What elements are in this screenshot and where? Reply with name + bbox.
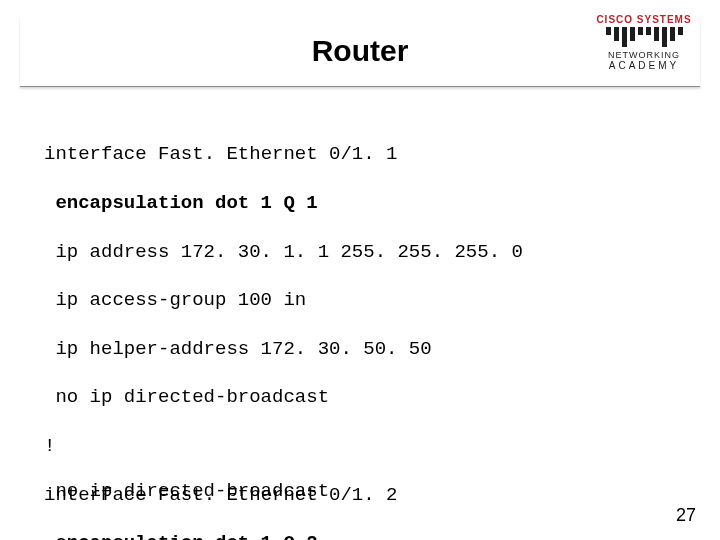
- cisco-logo: CISCO SYSTEMS NETWORKING ACADEMY: [590, 14, 698, 71]
- config-code-block: interface Fast. Ethernet 0/1. 1 encapsul…: [44, 118, 676, 540]
- code-line: ip access-group 100 in: [44, 288, 676, 312]
- page-number: 27: [676, 505, 696, 526]
- code-line: !: [44, 434, 676, 458]
- slide: Router CISCO SYSTEMS NETWORKING ACADEMY …: [0, 0, 720, 540]
- code-line: encapsulation dot 1 Q 2: [44, 531, 676, 540]
- cisco-bridge-icon: [590, 27, 698, 47]
- logo-line1: NETWORKING: [590, 50, 698, 60]
- code-line: encapsulation dot 1 Q 1: [44, 191, 676, 215]
- logo-line2: ACADEMY: [590, 60, 698, 71]
- code-line: no ip directed-broadcast: [44, 385, 676, 409]
- footer-code-line: no ip directed-broadcast: [44, 480, 329, 502]
- code-line: ip helper-address 172. 30. 50. 50: [44, 337, 676, 361]
- logo-brand-text: CISCO SYSTEMS: [590, 14, 698, 25]
- code-line: interface Fast. Ethernet 0/1. 1: [44, 142, 676, 166]
- code-line: ip address 172. 30. 1. 1 255. 255. 255. …: [44, 240, 676, 264]
